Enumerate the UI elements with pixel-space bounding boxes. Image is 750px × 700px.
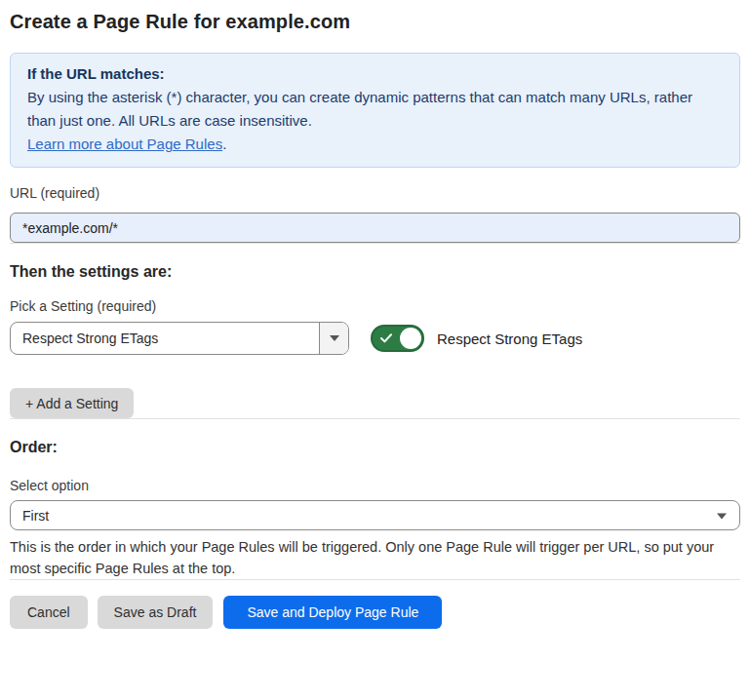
learn-more-link[interactable]: Learn more about Page Rules [27, 136, 222, 152]
info-box-body: By using the asterisk (*) character, you… [27, 86, 723, 156]
order-select-label: Select option [10, 478, 740, 493]
setting-select[interactable]: Respect Strong ETags [10, 322, 349, 355]
save-and-deploy-button[interactable]: Save and Deploy Page Rule [223, 596, 442, 629]
link-period: . [222, 136, 226, 152]
chevron-down-icon [717, 513, 727, 519]
order-select[interactable]: First [10, 500, 740, 530]
settings-section-heading: Then the settings are: [10, 263, 740, 281]
setting-select-caret-button[interactable] [319, 323, 348, 354]
setting-row: Respect Strong ETags Respect Strong ETag… [10, 322, 740, 355]
order-section-heading: Order: [10, 439, 740, 456]
toggle-knob [400, 328, 421, 349]
info-box-heading: If the URL matches: [27, 62, 723, 86]
page-title: Create a Page Rule for example.com [10, 11, 740, 33]
check-icon [380, 333, 392, 343]
order-select-value: First [22, 508, 49, 524]
chevron-down-icon [330, 335, 339, 341]
cancel-button[interactable]: Cancel [10, 596, 88, 629]
add-setting-button[interactable]: + Add a Setting [10, 388, 134, 418]
divider [10, 418, 740, 419]
order-help-text: This is the order in which your Page Rul… [10, 536, 736, 579]
url-input[interactable] [10, 213, 740, 243]
setting-select-value: Respect Strong ETags [11, 323, 319, 354]
divider [10, 243, 740, 244]
create-page-rule-form: Create a Page Rule for example.com If th… [0, 11, 750, 629]
url-field-label: URL (required) [10, 185, 740, 201]
url-match-info-box: If the URL matches: By using the asteris… [10, 53, 740, 168]
footer-actions: Cancel Save as Draft Save and Deploy Pag… [10, 596, 740, 629]
pick-setting-label: Pick a Setting (required) [10, 298, 740, 314]
respect-strong-etags-toggle[interactable] [371, 325, 424, 352]
divider [10, 579, 740, 580]
toggle-label: Respect Strong ETags [437, 331, 582, 347]
save-as-draft-button[interactable]: Save as Draft [98, 596, 214, 629]
